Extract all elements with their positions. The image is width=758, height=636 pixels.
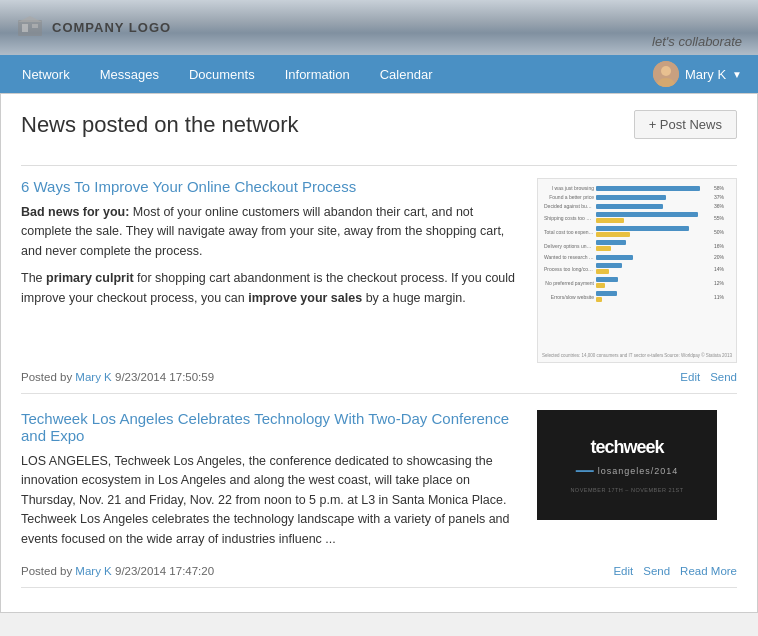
article-1-text: 6 Ways To Improve Your Online Checkout P… [21, 178, 521, 363]
article-1-body-1: Bad news for you: Most of your online cu… [21, 203, 521, 261]
nav-information[interactable]: Information [271, 59, 364, 90]
article-1-body-2: The primary culprit for shopping cart ab… [21, 269, 521, 308]
article-1-body-1-text: Bad news for you: Most of your online cu… [21, 205, 504, 258]
company-logo: COMPANY LOGO [16, 14, 171, 42]
article-2-body: LOS ANGELES, Techweek Los Angeles, the c… [21, 452, 521, 549]
chart-footer: Selected countries: 14,000 consumers and… [542, 353, 732, 358]
article-1-footer: Posted by Mary K 9/23/2014 17:50:59 Edit… [21, 371, 737, 383]
dropdown-arrow: ▼ [732, 69, 742, 80]
chart-footer-left: Selected countries: 14,000 consumers and… [542, 353, 663, 358]
article-2-footer: Posted by Mary K 9/23/2014 17:47:20 Edit… [21, 565, 737, 577]
svg-rect-2 [22, 24, 28, 32]
chart-bars: I was just browsing58% Found a better pr… [544, 185, 730, 302]
techweek-city: losangeles/2014 [598, 466, 679, 476]
svg-marker-1 [18, 16, 42, 22]
nav-messages[interactable]: Messages [86, 59, 173, 90]
user-avatar [653, 61, 679, 87]
chart-container: I was just browsing58% Found a better pr… [537, 178, 737, 363]
article-2-layout: Techweek Los Angeles Celebrates Technolo… [21, 410, 737, 557]
techweek-brand: techweek [590, 437, 663, 458]
article-1-edit[interactable]: Edit [680, 371, 700, 383]
article-1-chart: I was just browsing58% Found a better pr… [537, 178, 737, 363]
techweek-dash: — [576, 460, 594, 481]
nav-links: Network Messages Documents Information C… [8, 59, 645, 90]
navbar: Network Messages Documents Information C… [0, 55, 758, 93]
banner: COMPANY LOGO let's collaborate [0, 0, 758, 55]
posted-by-label: Posted by [21, 371, 72, 383]
svg-rect-3 [32, 24, 38, 28]
logo-text: COMPANY LOGO [52, 20, 171, 35]
article-2-image: techweek — losangeles/2014 NOVEMBER 17TH… [537, 410, 737, 557]
article-2: Techweek Los Angeles Celebrates Technolo… [21, 398, 737, 588]
svg-point-5 [661, 66, 671, 76]
tagline: let's collaborate [652, 34, 742, 49]
article-1: 6 Ways To Improve Your Online Checkout P… [21, 178, 737, 394]
techweek-image: techweek — losangeles/2014 NOVEMBER 17TH… [537, 410, 717, 520]
techweek-dates: NOVEMBER 17TH – NOVEMBER 21ST [570, 487, 683, 493]
posted-by-label-2: Posted by [21, 565, 72, 577]
article-2-edit[interactable]: Edit [613, 565, 633, 577]
chart-footer-right: Source: Worldpay © Statista 2013 [664, 353, 732, 358]
main-content: News posted on the network + Post News 6… [0, 93, 758, 613]
article-1-date: 9/23/2014 17:50:59 [115, 371, 214, 383]
article-2-read-more[interactable]: Read More [680, 565, 737, 577]
article-1-author[interactable]: Mary K [75, 371, 111, 383]
article-2-actions: Edit Send Read More [613, 565, 737, 577]
article-1-title[interactable]: 6 Ways To Improve Your Online Checkout P… [21, 178, 521, 195]
article-1-meta: Posted by Mary K 9/23/2014 17:50:59 [21, 371, 214, 383]
page-header: News posted on the network + Post News [21, 110, 737, 149]
nav-network[interactable]: Network [8, 59, 84, 90]
article-2-title[interactable]: Techweek Los Angeles Celebrates Technolo… [21, 410, 521, 444]
svg-rect-0 [18, 20, 42, 36]
article-1-layout: 6 Ways To Improve Your Online Checkout P… [21, 178, 737, 363]
nav-documents[interactable]: Documents [175, 59, 269, 90]
post-news-button[interactable]: + Post News [634, 110, 737, 139]
article-2-text: Techweek Los Angeles Celebrates Technolo… [21, 410, 521, 557]
article-1-send[interactable]: Send [710, 371, 737, 383]
user-name: Mary K [685, 67, 726, 82]
divider [21, 165, 737, 166]
user-menu[interactable]: Mary K ▼ [645, 57, 750, 91]
techweek-divider: — losangeles/2014 [576, 460, 679, 481]
article-2-meta: Posted by Mary K 9/23/2014 17:47:20 [21, 565, 214, 577]
article-1-actions: Edit Send [680, 371, 737, 383]
article-2-date: 9/23/2014 17:47:20 [115, 565, 214, 577]
article-2-send[interactable]: Send [643, 565, 670, 577]
article-2-author[interactable]: Mary K [75, 565, 111, 577]
logo-icon [16, 14, 44, 42]
nav-calendar[interactable]: Calendar [366, 59, 447, 90]
page-title: News posted on the network [21, 112, 299, 138]
